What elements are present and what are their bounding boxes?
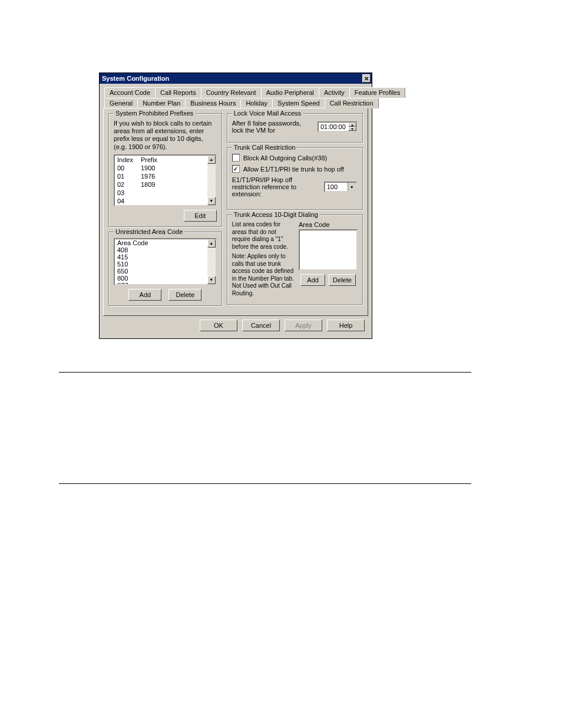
ok-button[interactable]: OK (200, 319, 237, 331)
col-index: Index (117, 156, 141, 163)
lockvm-duration-spinner[interactable]: 01:00:00 ▲ ▼ (318, 121, 358, 132)
group-prohibited-prefixes: System Prohibited Prefixes If you wish t… (108, 113, 222, 227)
tab-general[interactable]: General (104, 98, 138, 108)
block-outgoing-checkbox[interactable] (232, 154, 240, 162)
col-area-code: Area Code (115, 239, 216, 246)
divider (59, 372, 471, 373)
tab-audio-peripheral[interactable]: Audio Peripheral (261, 87, 319, 98)
list-item[interactable]: 877 (115, 282, 216, 285)
tab-activity[interactable]: Activity (319, 87, 350, 98)
close-icon: ✕ (364, 75, 369, 82)
tab-call-restriction[interactable]: Call Restriction (325, 98, 379, 108)
tabs: Account CodeCall ReportsCountry Relevant… (103, 87, 368, 108)
allow-hopoff-checkbox[interactable] (232, 165, 240, 173)
list-item[interactable]: 510 (115, 261, 216, 268)
list-item[interactable]: 415 (115, 253, 216, 261)
group-trunk-access-dialing: Trunk Access 10-Digit Dialing List area … (227, 215, 363, 305)
scroll-down-icon[interactable]: ▼ (207, 276, 216, 284)
hopoff-ref-combo[interactable]: 100 ▼ (324, 182, 357, 192)
tab-feature-profiles[interactable]: Feature Profiles (349, 87, 406, 98)
scrollbar[interactable]: ▲ ▼ (207, 239, 216, 284)
hopoff-ref-label: E1/T1/PRI/IP Hop off restriction referen… (232, 176, 320, 197)
group-unrestricted-area-code: Unrestricted Area Code Area Code 4084155… (108, 232, 222, 306)
scroll-up-icon[interactable]: ▲ (207, 239, 216, 248)
col-area-code: Area Code (299, 221, 358, 229)
divider (59, 483, 471, 484)
system-configuration-dialog: System Configuration ✕ Account CodeCall … (99, 73, 372, 339)
list-item[interactable]: 001900 (115, 164, 216, 172)
group-trunk-call-restriction: Trunk Call Restriction Block All Outgoin… (227, 147, 363, 210)
titlebar[interactable]: System Configuration ✕ (100, 73, 372, 84)
group-title: Unrestricted Area Code (114, 228, 184, 235)
dialog-buttons: OK Cancel Apply Help (103, 316, 368, 335)
list-item[interactable]: 04 (115, 197, 216, 205)
tab-country-relevant[interactable]: Country Relevant (201, 87, 262, 98)
delete-button[interactable]: Delete (168, 289, 201, 301)
add-button[interactable]: Add (128, 289, 161, 301)
group-title: System Prohibited Prefixes (114, 110, 195, 117)
prohibited-hint: If you wish to block calls to certain ar… (114, 120, 217, 151)
hopoff-ref-value: 100 (325, 183, 348, 191)
block-outgoing-label: Block All Outgoing Calls(#38) (243, 154, 327, 162)
group-title: Trunk Call Restriction (232, 144, 297, 151)
scroll-down-icon[interactable]: ▼ (207, 197, 216, 205)
cancel-button[interactable]: Cancel (242, 319, 280, 331)
scrollbar[interactable]: ▲ ▼ (207, 156, 216, 205)
trunk-access-note1: List area codes for areas that do not re… (232, 221, 294, 251)
col-prefix: Prefix (141, 156, 213, 163)
list-item[interactable]: 03 (115, 189, 216, 197)
tab-business-hours[interactable]: Business Hours (185, 98, 241, 108)
window-title: System Configuration (102, 75, 169, 82)
list-item[interactable]: 408 (115, 246, 216, 253)
allow-hopoff-label: Allow E1/T1/PRI tie trunk to hop off (243, 166, 344, 173)
lockvm-label: After 8 false passwords, lock the VM for (232, 120, 314, 134)
tab-system-speed[interactable]: System Speed (272, 98, 325, 108)
edit-button[interactable]: Edit (184, 210, 217, 222)
tab-call-reports[interactable]: Call Reports (155, 87, 201, 98)
list-item[interactable]: 021809 (115, 180, 216, 189)
trunk-access-note2: Note: Applies only to calls that use tru… (232, 253, 294, 297)
prohibited-list[interactable]: Index Prefix 001900011976021809030405 ▲ … (114, 154, 217, 206)
list-item[interactable]: 011976 (115, 172, 216, 180)
spin-down-icon[interactable]: ▼ (348, 127, 356, 131)
unrestricted-list[interactable]: Area Code 408415510650800877 ▲ ▼ (114, 238, 217, 285)
list-item[interactable]: 05 (115, 205, 216, 206)
lockvm-value: 01:00:00 (319, 123, 348, 131)
tab-account-code[interactable]: Account Code (104, 87, 156, 98)
group-title: Trunk Access 10-Digit Dialing (232, 211, 320, 218)
list-item[interactable]: 650 (115, 268, 216, 275)
tab-holiday[interactable]: Holiday (240, 98, 273, 108)
delete-button[interactable]: Delete (329, 274, 356, 286)
tab-number-plan[interactable]: Number Plan (137, 98, 186, 108)
apply-button[interactable]: Apply (285, 319, 322, 331)
tab-panel-call-restriction: System Prohibited Prefixes If you wish t… (103, 108, 368, 316)
add-button[interactable]: Add (300, 274, 325, 286)
scroll-up-icon[interactable]: ▲ (207, 156, 216, 164)
close-button[interactable]: ✕ (362, 74, 371, 83)
list-item[interactable]: 800 (115, 275, 216, 282)
group-title: Lock Voice Mail Access (232, 110, 303, 117)
group-lock-voicemail: Lock Voice Mail Access After 8 false pas… (227, 113, 363, 143)
help-button[interactable]: Help (327, 319, 365, 331)
trunk-access-list[interactable] (299, 229, 358, 271)
chevron-down-icon: ▼ (348, 183, 356, 191)
spin-up-icon[interactable]: ▲ (348, 123, 356, 127)
